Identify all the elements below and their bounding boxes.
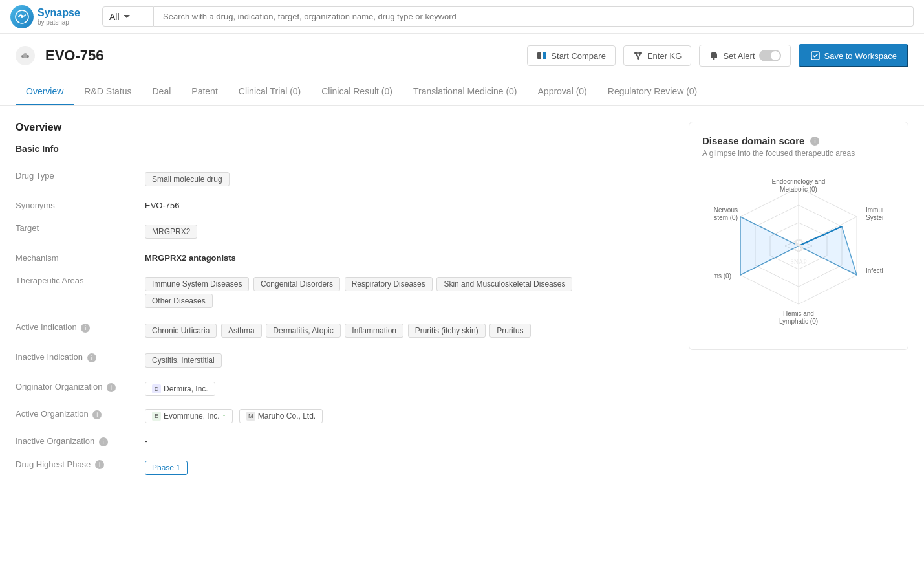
- label-originator-org: Originator Organization i: [16, 375, 145, 402]
- logo-icon: [10, 5, 34, 28]
- table-row: Inactive Organization i -: [16, 430, 673, 453]
- table-row: Target MRGPRX2: [16, 217, 673, 247]
- svg-text:Nervous: Nervous: [714, 206, 738, 214]
- info-icon[interactable]: i: [81, 324, 90, 333]
- label-therapeutic-areas: Therapeutic Areas: [16, 269, 145, 316]
- svg-text:Immune: Immune: [866, 206, 883, 214]
- therapeutic-area-tag: Respiratory Diseases: [345, 277, 433, 291]
- svg-text:System (0): System (0): [714, 214, 738, 221]
- org-icon: D: [152, 384, 161, 393]
- table-row: Drug Type Small molecule drug: [16, 164, 673, 194]
- table-row: Active Organization i E Evommune, Inc. ↑…: [16, 402, 673, 430]
- label-synonyms: Synonyms: [16, 194, 145, 217]
- target-tag: MRGPRX2: [145, 225, 197, 239]
- svg-text:Metabolic (0): Metabolic (0): [780, 186, 817, 193]
- chevron-down-icon: [124, 15, 130, 18]
- drug-icon: [16, 46, 35, 65]
- svg-text:Hemic and: Hemic and: [783, 310, 814, 317]
- mechanism-value: MRGPRX2 antagonists: [145, 253, 236, 263]
- drug-phase-tag: Phase 1: [145, 461, 188, 475]
- content-right: Disease domain score i A glimpse into th…: [689, 122, 908, 483]
- svg-text:Infectious (0): Infectious (0): [866, 267, 883, 274]
- table-row: Originator Organization i D Dermira, Inc…: [16, 375, 673, 402]
- disease-domain-card: Disease domain score i A glimpse into th…: [689, 122, 908, 350]
- tab-clinical-result[interactable]: Clinical Result (0): [311, 78, 403, 105]
- tab-rd-status[interactable]: R&D Status: [74, 78, 142, 105]
- svg-rect-12: [713, 58, 715, 60]
- search-bar: All: [102, 6, 914, 27]
- set-alert-button[interactable]: Set Alert: [699, 45, 790, 67]
- compare-button[interactable]: Start Compare: [527, 45, 616, 66]
- indication-tag: Inflammation: [345, 324, 403, 338]
- tabs-nav: Overview R&D Status Deal Patent Clinical…: [0, 78, 924, 106]
- info-icon[interactable]: i: [87, 353, 96, 362]
- topbar: Synapse by patsnap All: [0, 0, 924, 34]
- info-icon[interactable]: i: [810, 137, 819, 146]
- info-icon[interactable]: i: [107, 383, 116, 392]
- page-title: Overview: [16, 122, 673, 133]
- save-workspace-button[interactable]: Save to Workspace: [799, 44, 908, 67]
- table-row: Drug Highest Phase i Phase 1: [16, 453, 673, 483]
- inactive-indication-tag: Cystitis, Interstitial: [145, 353, 222, 368]
- radar-chart: S SNAP Endocrinology and Metabolic (0) I…: [702, 168, 895, 336]
- search-type-select[interactable]: All: [102, 6, 154, 27]
- score-card-subtitle: A glimpse into the focused therapeutic a…: [702, 149, 895, 158]
- drug-title: EVO-756: [45, 47, 517, 64]
- svg-point-1: [21, 16, 23, 18]
- svg-rect-5: [543, 52, 546, 59]
- search-type-label: All: [109, 12, 120, 22]
- tab-patent[interactable]: Patent: [181, 78, 228, 105]
- synonyms-value: EVO-756: [145, 194, 673, 217]
- therapeutic-area-tag: Immune System Diseases: [145, 277, 249, 291]
- label-drug-phase: Drug Highest Phase i: [16, 453, 145, 483]
- info-icon[interactable]: i: [92, 410, 102, 419]
- table-row: Inactive Indication i Cystitis, Intersti…: [16, 346, 673, 375]
- drug-header: EVO-756 Start Compare Enter KG: [0, 34, 924, 78]
- enter-kg-button[interactable]: Enter KG: [623, 45, 691, 66]
- active-org-badge: M Maruho Co., Ltd.: [239, 409, 323, 423]
- alert-toggle[interactable]: [759, 50, 781, 61]
- label-inactive-indication: Inactive Indication i: [16, 346, 145, 375]
- org-icon: E: [152, 412, 161, 421]
- search-input[interactable]: [154, 6, 914, 27]
- header-actions: Start Compare Enter KG Set Alert: [527, 44, 908, 67]
- svg-text:System (3): System (3): [866, 214, 883, 221]
- label-inactive-org: Inactive Organization i: [16, 430, 145, 453]
- tab-regulatory-review[interactable]: Regulatory Review (0): [597, 78, 708, 105]
- basic-info-title: Basic Info: [16, 144, 673, 154]
- save-label: Save to Workspace: [824, 51, 897, 61]
- tab-translational-medicine[interactable]: Translational Medicine (0): [403, 78, 528, 105]
- tab-deal[interactable]: Deal: [142, 78, 182, 105]
- drug-type-tag: Small molecule drug: [145, 172, 230, 186]
- label-drug-type: Drug Type: [16, 164, 145, 194]
- radar-svg: S SNAP Endocrinology and Metabolic (0) I…: [714, 175, 883, 330]
- alert-label: Set Alert: [723, 51, 755, 61]
- main-content: Overview Basic Info Drug Type Small mole…: [0, 106, 924, 498]
- label-active-indication: Active Indication i: [16, 316, 145, 346]
- table-row: Active Indication i Chronic Urticaria As…: [16, 316, 673, 346]
- svg-text:Lymphatic (0): Lymphatic (0): [779, 318, 818, 325]
- indication-tag: Chronic Urticaria: [145, 324, 217, 338]
- tab-overview[interactable]: Overview: [16, 78, 74, 105]
- indication-tag: Pruritis (itchy skin): [408, 324, 486, 338]
- tab-clinical-trial[interactable]: Clinical Trial (0): [228, 78, 311, 105]
- tab-approval[interactable]: Approval (0): [528, 78, 597, 105]
- label-target: Target: [16, 217, 145, 247]
- brand-sub: by patsnap: [38, 19, 80, 26]
- info-icon[interactable]: i: [95, 460, 104, 469]
- trending-icon: ↑: [222, 412, 226, 420]
- info-icon[interactable]: i: [99, 437, 108, 446]
- svg-line-11: [638, 53, 641, 58]
- kg-label: Enter KG: [647, 51, 682, 61]
- org-icon: M: [246, 412, 255, 421]
- therapeutic-area-tag: Skin and Musculoskeletal Diseases: [436, 277, 572, 291]
- logo-area: Synapse by patsnap: [10, 5, 94, 28]
- indication-tag: Pruritus: [489, 324, 530, 338]
- svg-rect-3: [23, 53, 27, 58]
- svg-text:S: S: [793, 235, 804, 255]
- svg-line-10: [636, 53, 638, 58]
- svg-text:Endocrinology and: Endocrinology and: [772, 178, 826, 185]
- compare-label: Start Compare: [551, 51, 606, 61]
- originator-org-badge: D Dermira, Inc.: [145, 382, 215, 396]
- svg-text:SNAP: SNAP: [790, 258, 807, 265]
